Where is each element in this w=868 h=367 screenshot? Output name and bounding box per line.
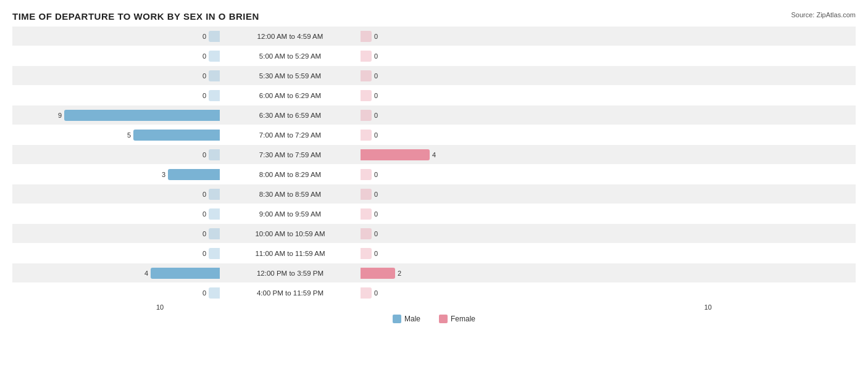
chart-row: 0 9:00 AM to 9:59 AM 0 bbox=[12, 204, 856, 223]
male-bar bbox=[64, 110, 220, 121]
chart-title: TIME OF DEPARTURE TO WORK BY SEX IN O BR… bbox=[12, 11, 259, 22]
chart-row: 9 6:30 AM to 6:59 AM 0 bbox=[12, 105, 856, 125]
male-value: 0 bbox=[195, 151, 206, 159]
left-section: 0 bbox=[12, 149, 222, 160]
chart-row: 0 11:00 AM to 11:59 AM 0 bbox=[12, 244, 856, 263]
female-value: 0 bbox=[374, 289, 385, 297]
female-value: 2 bbox=[398, 270, 409, 277]
male-bar bbox=[209, 189, 220, 200]
male-value: 5 bbox=[120, 131, 131, 139]
female-bar bbox=[361, 189, 372, 200]
female-bar bbox=[361, 268, 395, 279]
female-value: 0 bbox=[374, 92, 385, 99]
chart-row: 5 7:00 AM to 7:29 AM 0 bbox=[12, 125, 856, 144]
left-section: 0 bbox=[12, 31, 222, 42]
male-value: 3 bbox=[154, 171, 165, 178]
female-value: 0 bbox=[374, 72, 385, 80]
female-bar bbox=[361, 31, 372, 42]
male-value: 4 bbox=[137, 270, 148, 277]
time-label: 6:00 AM to 6:29 AM bbox=[222, 92, 358, 99]
chart-row: 0 7:30 AM to 7:59 AM 4 bbox=[12, 145, 856, 164]
left-section: 3 bbox=[12, 169, 222, 180]
male-bar bbox=[209, 70, 220, 81]
axis-left-label: 10 bbox=[156, 303, 164, 311]
male-value: 0 bbox=[195, 191, 206, 198]
male-value: 0 bbox=[195, 230, 206, 237]
right-section: 0 bbox=[358, 110, 568, 121]
female-value: 0 bbox=[374, 230, 385, 237]
female-value: 0 bbox=[374, 250, 385, 257]
legend-male: Male bbox=[393, 315, 420, 323]
female-value: 0 bbox=[374, 112, 385, 119]
chart-row: 0 8:30 AM to 8:59 AM 0 bbox=[12, 184, 856, 204]
female-value: 0 bbox=[374, 131, 385, 139]
source-text: Source: ZipAtlas.com bbox=[791, 11, 856, 19]
chart-row: 0 4:00 PM to 11:59 PM 0 bbox=[12, 283, 856, 302]
legend-female-box bbox=[439, 315, 448, 323]
female-bar bbox=[361, 169, 372, 180]
right-section: 0 bbox=[358, 228, 568, 239]
female-value: 0 bbox=[374, 52, 385, 60]
chart-row: 4 12:00 PM to 3:59 PM 2 bbox=[12, 263, 856, 282]
right-section: 0 bbox=[358, 208, 568, 220]
right-section: 0 bbox=[358, 287, 568, 299]
female-bar bbox=[361, 90, 372, 101]
title-row: TIME OF DEPARTURE TO WORK BY SEX IN O BR… bbox=[12, 11, 856, 22]
male-bar bbox=[168, 169, 220, 180]
male-bar bbox=[209, 287, 220, 299]
female-value: 0 bbox=[374, 171, 385, 178]
legend-female-label: Female bbox=[451, 315, 475, 323]
male-value: 9 bbox=[51, 112, 62, 119]
male-bar bbox=[209, 51, 220, 62]
female-bar bbox=[361, 287, 372, 299]
legend-female: Female bbox=[439, 315, 475, 323]
legend-male-label: Male bbox=[404, 315, 420, 323]
left-section: 0 bbox=[12, 287, 222, 299]
left-section: 9 bbox=[12, 110, 222, 121]
male-bar bbox=[151, 268, 220, 279]
male-value: 0 bbox=[195, 210, 206, 218]
male-bar bbox=[209, 248, 220, 259]
female-value: 0 bbox=[374, 33, 385, 40]
legend: Male Female bbox=[12, 315, 856, 323]
male-bar bbox=[209, 31, 220, 42]
right-section: 0 bbox=[358, 130, 568, 141]
time-label: 12:00 AM to 4:59 AM bbox=[222, 33, 358, 40]
male-value: 0 bbox=[195, 289, 206, 297]
male-bar bbox=[209, 208, 220, 220]
left-section: 0 bbox=[12, 70, 222, 81]
right-section: 0 bbox=[358, 51, 568, 62]
female-bar bbox=[361, 208, 372, 220]
chart-row: 0 10:00 AM to 10:59 AM 0 bbox=[12, 224, 856, 243]
male-bar bbox=[209, 149, 220, 160]
right-section: 0 bbox=[358, 90, 568, 101]
time-label: 12:00 PM to 3:59 PM bbox=[222, 270, 358, 277]
chart-container: TIME OF DEPARTURE TO WORK BY SEX IN O BR… bbox=[0, 0, 868, 367]
left-section: 0 bbox=[12, 51, 222, 62]
female-bar bbox=[361, 70, 372, 81]
male-bar bbox=[133, 130, 220, 141]
female-bar bbox=[361, 130, 372, 141]
female-bar bbox=[361, 149, 430, 160]
female-value: 0 bbox=[374, 191, 385, 198]
right-section: 4 bbox=[358, 149, 568, 160]
male-value: 0 bbox=[195, 33, 206, 40]
right-section: 2 bbox=[358, 268, 568, 279]
axis-right-label: 10 bbox=[704, 303, 712, 311]
right-section: 0 bbox=[358, 189, 568, 200]
left-section: 0 bbox=[12, 228, 222, 239]
female-bar bbox=[361, 51, 372, 62]
male-value: 0 bbox=[195, 72, 206, 80]
male-value: 0 bbox=[195, 92, 206, 99]
left-section: 0 bbox=[12, 90, 222, 101]
legend-male-box bbox=[393, 315, 401, 323]
left-section: 0 bbox=[12, 248, 222, 259]
right-section: 0 bbox=[358, 248, 568, 259]
time-label: 5:00 AM to 5:29 AM bbox=[222, 52, 358, 60]
male-bar bbox=[209, 228, 220, 239]
left-section: 5 bbox=[12, 130, 222, 141]
female-bar bbox=[361, 228, 372, 239]
time-label: 5:30 AM to 5:59 AM bbox=[222, 72, 358, 80]
time-label: 11:00 AM to 11:59 AM bbox=[222, 250, 358, 257]
left-section: 4 bbox=[12, 268, 222, 279]
